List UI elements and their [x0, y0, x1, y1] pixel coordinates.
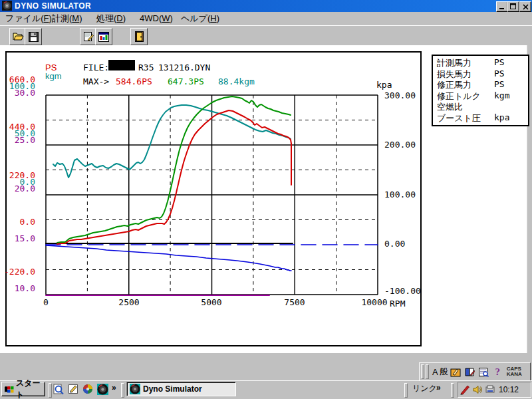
left-axis-red-tick: 0.0: [0, 217, 35, 226]
system-tray: 10:12: [458, 382, 531, 398]
chart-window-icon: [98, 32, 109, 42]
quicklaunch-dyno-icon[interactable]: [96, 383, 108, 395]
ime-drag-handle[interactable]: [426, 364, 429, 379]
app-icon[interactable]: [2, 1, 12, 11]
right-axis-tick: -100.00: [384, 287, 421, 295]
x-axis-tick: 7500: [275, 298, 315, 307]
links-toolbar-label[interactable]: リンク: [412, 383, 437, 394]
tray-device-icon[interactable]: [483, 384, 496, 396]
ime-conversion-mode-button[interactable]: 般: [440, 366, 448, 378]
ime-lock-indicators[interactable]: CAPSKANA: [507, 366, 522, 377]
tray-clock[interactable]: 10:12: [499, 385, 519, 394]
quicklaunch-notepad-icon[interactable]: [67, 383, 79, 395]
max-measured-power: 584.6PS: [116, 77, 152, 86]
max-torque: 88.4kgm: [218, 77, 255, 86]
tray-volume-icon[interactable]: [471, 384, 483, 396]
legend-row: 修正トルクkgm: [437, 90, 528, 102]
right-axis-unit: kpa: [376, 80, 392, 89]
legend-panel: 計測馬力PS 損失馬力PS 修正馬力PS 修正トルクkgm 空燃比 ブースト圧k…: [432, 55, 529, 126]
minimize-button[interactable]: [496, 1, 508, 12]
legend-row: 空燃比: [437, 101, 528, 112]
monitor-view-button[interactable]: [95, 28, 112, 45]
tray-handle: [451, 383, 454, 398]
left-axis-red-tick: -220.0: [0, 267, 35, 276]
open-folder-icon: [13, 32, 24, 41]
quicklaunch-search-icon[interactable]: [52, 383, 64, 395]
quicklaunch-chevron[interactable]: »: [112, 383, 116, 392]
legend-label: 空燃比: [437, 102, 463, 112]
tray-pen-icon[interactable]: [458, 384, 471, 396]
task-button-dyno-simulator[interactable]: Dyno Simulator: [126, 382, 236, 396]
left-axis-purple-tick: 10.0: [0, 284, 35, 293]
max-label: MAX->: [83, 77, 109, 86]
legend-label: 修正馬力: [437, 80, 471, 90]
ime-dictionary-icon[interactable]: [464, 366, 476, 378]
legend-label: 計測馬力: [437, 58, 471, 68]
ime-pad-icon[interactable]: [450, 366, 462, 378]
legend-label: ブースト圧: [437, 113, 481, 123]
menu-file[interactable]: ファイル(F): [5, 12, 52, 25]
file-name-label: 131216.DYN: [158, 63, 210, 72]
x-axis-tick: 10000: [354, 298, 394, 307]
maximize-button[interactable]: [507, 1, 519, 12]
max-corrected-power: 647.3PS: [168, 77, 204, 86]
x-axis-unit: RPM: [390, 299, 405, 308]
legend-unit: PS: [494, 57, 505, 67]
window-title: DYNO SIMULATOR: [15, 1, 91, 11]
menu-measure[interactable]: 計測(M): [52, 12, 82, 25]
start-label: スタート: [16, 378, 45, 399]
notepad-pencil-icon: [83, 31, 94, 42]
x-axis-tick: 5000: [192, 298, 231, 307]
legend-label: 修正トルク: [437, 91, 481, 101]
legend-unit: PS: [494, 68, 505, 78]
quicklaunch-media-icon[interactable]: [82, 383, 94, 395]
file-name-redacted-box: [108, 60, 135, 70]
ime-properties-icon[interactable]: [477, 366, 490, 378]
legend-row: 損失馬力PS: [437, 68, 528, 80]
x-axis-tick: 0: [26, 298, 66, 307]
legend-row: ブースト圧kpa: [437, 112, 528, 124]
tasks-handle[interactable]: [121, 383, 124, 398]
x-axis-tick: 2500: [109, 298, 149, 307]
task-button-label: Dyno Simulator: [143, 384, 202, 394]
exit-button[interactable]: [130, 28, 148, 45]
right-axis-tick: 100.00: [384, 190, 416, 199]
close-button[interactable]: [519, 1, 531, 12]
right-axis-tick: 200.00: [384, 140, 416, 149]
left-axis-purple-tick: 25.0: [0, 136, 35, 144]
menu-4wd[interactable]: 4WD(W): [140, 12, 173, 25]
legend-unit: kpa: [494, 112, 509, 122]
legend-unit: PS: [494, 79, 505, 89]
dyno-app-icon: [130, 384, 140, 394]
floppy-disk-icon: [29, 32, 39, 42]
legend-row: 修正馬力PS: [437, 79, 528, 90]
file-label: FILE:: [83, 63, 109, 72]
right-axis-tick: 0.00: [384, 239, 405, 248]
ime-toolbar: A 般 ? CAPSKANA: [419, 362, 531, 381]
car-model-label: R35: [138, 63, 154, 72]
ime-help-icon[interactable]: ?: [491, 366, 504, 378]
desktop: { "window": { "title": "DYNO SIMULATOR" …: [0, 0, 532, 399]
legend-label: 損失馬力: [437, 69, 471, 79]
links-handle[interactable]: [404, 383, 408, 398]
kgm-scale-label: kgm: [45, 72, 62, 80]
menu-bar: ファイル(F) 計測(M) 処理(D) 4WD(W) ヘルプ(H): [0, 12, 532, 25]
start-button[interactable]: スタート: [1, 382, 45, 396]
left-axis-purple-tick: 15.0: [0, 234, 35, 243]
left-axis-purple-tick: 30.0: [0, 88, 35, 97]
title-bar: DYNO SIMULATOR: [0, 0, 532, 12]
menu-process[interactable]: 処理(D): [96, 12, 126, 25]
windows-logo-icon: [4, 385, 14, 394]
save-button[interactable]: [25, 28, 42, 45]
left-axis-purple-tick: 20.0: [0, 184, 35, 193]
legend-unit: kgm: [494, 90, 509, 100]
exit-door-icon: [135, 31, 144, 42]
ime-drag-handle[interactable]: [421, 364, 424, 379]
right-axis-tick: 300.00: [384, 91, 416, 100]
ime-input-mode-button[interactable]: A: [432, 367, 438, 377]
menu-help[interactable]: ヘルプ(H): [181, 12, 219, 25]
links-chevron[interactable]: »: [436, 383, 441, 392]
legend-row: 計測馬力PS: [437, 57, 528, 68]
